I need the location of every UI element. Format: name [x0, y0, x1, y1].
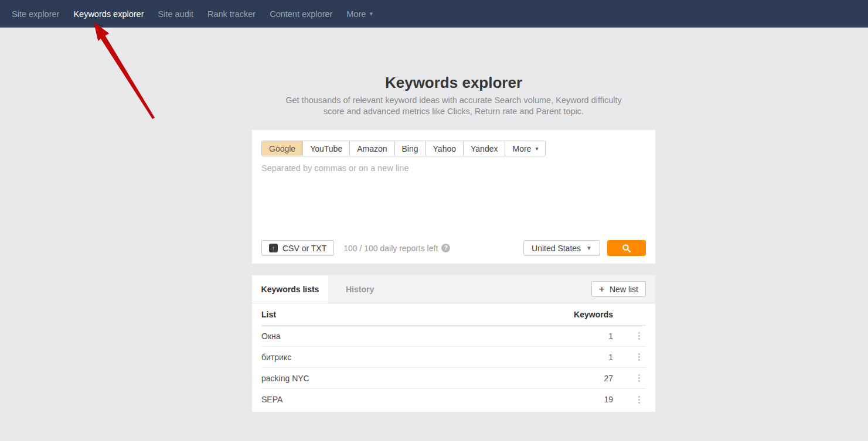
nav-item-site-audit[interactable]: Site audit — [151, 9, 200, 19]
reports-left-text: 100 / 100 daily reports left — [343, 244, 438, 253]
nav-item-more[interactable]: More▾ — [339, 9, 380, 19]
kebab-menu-icon[interactable] — [636, 394, 642, 406]
engine-tab-youtube[interactable]: YouTube — [302, 141, 349, 156]
engine-tab-more[interactable]: More▾ — [505, 141, 545, 156]
chevron-down-icon: ▾ — [535, 145, 538, 152]
country-select-dropdown[interactable]: United States ▼ — [523, 240, 600, 256]
table-body: Окна1битрикс1packing NYC27SEPA19 — [261, 326, 646, 410]
nav-item-rank-tracker[interactable]: Rank tracker — [200, 9, 263, 19]
lists-panel-tabs: Keywords lists History + New list — [252, 275, 655, 303]
engine-tab-amazon[interactable]: Amazon — [349, 141, 394, 156]
csv-button-label: CSV or TXT — [282, 244, 326, 253]
nav-item-label: Keywords explorer — [73, 9, 144, 19]
country-selected-label: United States — [532, 244, 581, 253]
nav-item-keywords-explorer[interactable]: Keywords explorer — [66, 9, 151, 19]
tab-history[interactable]: History — [328, 275, 392, 303]
kebab-menu-icon[interactable] — [636, 351, 642, 363]
table-header-row: List Keywords — [261, 303, 646, 326]
daily-reports-counter: 100 / 100 daily reports left ? — [343, 244, 450, 253]
search-icon — [622, 244, 631, 253]
keywords-count: 27 — [560, 374, 613, 383]
table-row: packing NYC27 — [261, 368, 646, 389]
nav-items: Site explorerKeywords explorerSite audit… — [5, 9, 380, 19]
kebab-menu-icon[interactable] — [636, 330, 642, 342]
nav-item-label: Rank tracker — [207, 9, 256, 19]
page-subtitle: Get thousands of relevant keyword ideas … — [252, 95, 655, 117]
new-list-button[interactable]: + New list — [591, 281, 646, 297]
chevron-down-icon: ▾ — [369, 10, 373, 18]
search-engine-tabs: GoogleYouTubeAmazonBingYahooYandexMore▾ — [261, 141, 546, 156]
nav-item-label: More — [346, 9, 366, 19]
help-circle-icon[interactable]: ? — [441, 244, 450, 252]
page-subtitle-line2: score and advanced metrics like Clicks, … — [252, 106, 655, 117]
list-name-link[interactable]: packing NYC — [261, 374, 560, 383]
new-list-label: New list — [610, 285, 638, 294]
upload-icon: ↑ — [269, 244, 278, 252]
nav-item-site-explorer[interactable]: Site explorer — [5, 9, 66, 19]
keywords-count: 1 — [560, 353, 613, 362]
nav-item-content-explorer[interactable]: Content explorer — [263, 9, 339, 19]
search-submit-button[interactable] — [607, 240, 646, 256]
page-header: Keywords explorer Get thousands of relev… — [252, 74, 655, 117]
csv-upload-button[interactable]: ↑ CSV or TXT — [261, 240, 334, 256]
page-title: Keywords explorer — [252, 74, 655, 91]
keyword-lists-panel: Keywords lists History + New list List K… — [252, 275, 655, 412]
keyword-lists-table: List Keywords Окна1битрикс1packing NYC27… — [252, 303, 655, 410]
keyword-search-panel: GoogleYouTubeAmazonBingYahooYandexMore▾ … — [252, 130, 655, 264]
engine-tab-yandex[interactable]: Yandex — [463, 141, 505, 156]
kebab-menu-icon[interactable] — [636, 372, 642, 384]
engine-tab-more-label: More — [512, 144, 531, 153]
nav-item-label: Site explorer — [12, 9, 59, 19]
row-actions — [613, 351, 646, 363]
row-actions — [613, 394, 646, 406]
chevron-down-icon: ▼ — [586, 245, 592, 251]
column-header-keywords: Keywords — [560, 310, 613, 319]
list-name-link[interactable]: Окна — [261, 331, 560, 341]
top-navigation-bar: Site explorerKeywords explorerSite audit… — [0, 0, 868, 28]
tab-keywords-lists[interactable]: Keywords lists — [252, 275, 328, 303]
engine-tab-google[interactable]: Google — [262, 141, 302, 156]
keywords-count: 1 — [560, 331, 613, 341]
engine-tab-yahoo[interactable]: Yahoo — [426, 141, 463, 156]
table-row: Окна1 — [261, 326, 646, 347]
row-actions — [613, 372, 646, 384]
list-name-link[interactable]: SEPA — [261, 395, 560, 404]
table-row: битрикс1 — [261, 347, 646, 368]
column-header-list: List — [261, 310, 560, 319]
page-subtitle-line1: Get thousands of relevant keyword ideas … — [252, 95, 655, 106]
keywords-count: 19 — [560, 395, 613, 404]
table-row: SEPA19 — [261, 389, 646, 410]
plus-icon: + — [599, 284, 605, 294]
row-actions — [613, 330, 646, 342]
engine-tab-bing[interactable]: Bing — [394, 141, 426, 156]
list-name-link[interactable]: битрикс — [261, 353, 560, 362]
search-panel-footer: ↑ CSV or TXT 100 / 100 daily reports lef… — [261, 240, 646, 256]
nav-item-label: Site audit — [158, 9, 193, 19]
nav-item-label: Content explorer — [270, 9, 332, 19]
keywords-input[interactable] — [261, 163, 646, 237]
